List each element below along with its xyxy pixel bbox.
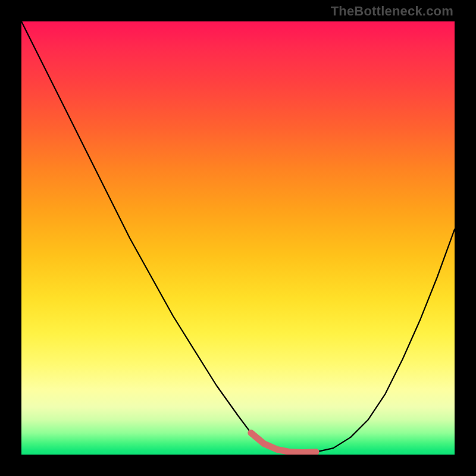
brand-watermark: TheBottleneck.com: [331, 4, 453, 19]
curve-svg: [21, 21, 455, 455]
plot-area: [21, 21, 455, 455]
chart-frame: TheBottleneck.com: [0, 0, 476, 476]
bottleneck-curve: [21, 21, 455, 452]
optimal-range-highlight: [251, 433, 316, 453]
